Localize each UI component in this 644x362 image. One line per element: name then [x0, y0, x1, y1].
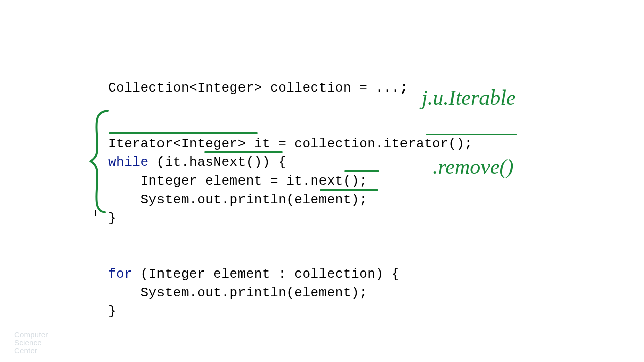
logo-line-1: Computer: [14, 331, 48, 339]
keyword-for: for: [108, 266, 132, 282]
code-line-10: System.out.println(element);: [108, 285, 367, 300]
underline-iterator-call: [426, 134, 517, 135]
logo-line-2: Science: [14, 339, 48, 347]
code-line-4-rest: (it.hasNext()) {: [149, 155, 287, 170]
annotation-iterable: j.u.Iterable: [422, 85, 516, 110]
code-line-6: System.out.println(element);: [108, 192, 367, 207]
cursor-icon: [93, 210, 99, 216]
underline-element: [320, 189, 378, 191]
code-line-9-rest: (Integer element : collection) {: [132, 266, 399, 282]
logo: Computer Science Center: [14, 331, 48, 355]
code-block: Collection<Integer> collection = ...; It…: [108, 60, 473, 321]
annotation-remove: .remove(): [433, 155, 514, 179]
code-line-11: }: [108, 304, 116, 319]
brace-annotation: [87, 109, 112, 214]
underline-hasnext: [204, 151, 283, 153]
logo-line-3: Center: [14, 347, 48, 355]
code-line-5: Integer element = it.next();: [108, 173, 367, 189]
underline-iterator-type: [109, 132, 258, 134]
code-line-1: Collection<Integer> collection = ...;: [108, 80, 408, 96]
code-line-3: Iterator<Integer> it = collection.iterat…: [108, 136, 473, 151]
keyword-while: while: [108, 155, 149, 170]
underline-next: [344, 170, 379, 172]
